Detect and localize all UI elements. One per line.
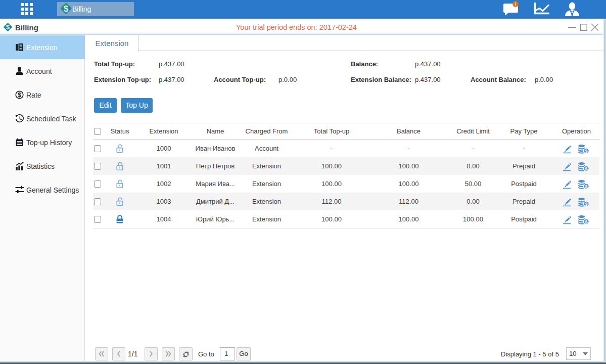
svg-text:$: $: [585, 148, 587, 153]
svg-text:!: !: [515, 1, 516, 7]
svg-text:$: $: [585, 219, 587, 224]
svg-text:$: $: [585, 184, 587, 189]
svg-text:$: $: [585, 166, 587, 171]
svg-text:$: $: [64, 4, 68, 13]
svg-text:$: $: [18, 92, 21, 99]
svg-text:$: $: [585, 201, 587, 206]
svg-text:$: $: [6, 24, 10, 31]
